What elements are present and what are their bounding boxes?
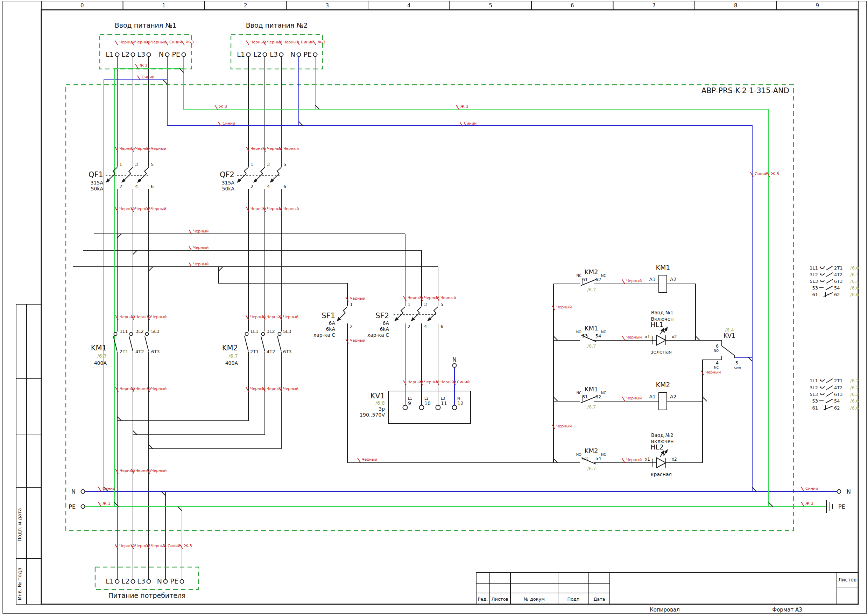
sf2-pole1-arrow [395, 313, 403, 321]
sf1-arrow [337, 313, 345, 321]
wire-color-label-29: Черный [284, 207, 299, 211]
input-1-terminal-L2 [131, 53, 135, 57]
qf2-name: QF2 [220, 171, 234, 179]
wire-color-label-23: Черный [284, 146, 299, 151]
km1-p6: 6T3 [151, 349, 160, 354]
row1-ref: /6.7 [587, 287, 596, 292]
neutral-wires [85, 56, 837, 580]
kv1-contact-com: com [734, 366, 741, 369]
wire-color-label-39: Черный [350, 296, 365, 301]
wire-color-slash-0 [115, 40, 118, 45]
title-cell-sheets: Листов [838, 577, 856, 583]
km2-cross-ref-ref-2: /6.2 [850, 392, 859, 397]
input-1-terminal-L3 [147, 53, 151, 57]
wire-color-label-9: Ж-З [317, 40, 326, 45]
kv1-contact-nc: NC [714, 366, 719, 369]
km1-cross-ref-glyph-1 [820, 273, 833, 277]
km2-p4: 4T2 [267, 349, 275, 354]
km1-coil-name: KM1 [656, 264, 670, 271]
wire-color-label-10: Ж-З [140, 63, 148, 68]
ground-symbol [826, 500, 833, 513]
qf-breaker-blades [113, 167, 281, 174]
title-cell-data: Дата [594, 597, 605, 602]
margin-label-podp: Подп. и дата [17, 508, 22, 541]
wire-color-label-8: Синий [301, 40, 313, 45]
km2-cross-ref-right-3: 54 [834, 398, 840, 404]
row1b-53: 53 [582, 333, 588, 339]
km1-cross-ref-ref-0: /6.0 [850, 265, 859, 270]
wire-color-slash-73 [801, 502, 804, 507]
hl2-x1: x1 [645, 457, 650, 462]
km1-cross-ref-left-0: 1L1 [809, 265, 818, 270]
kv1-term-9: 9 [408, 401, 411, 406]
km2-cross-ref-glyph-1 [820, 386, 833, 390]
km2-coil-a1: A1 [649, 394, 656, 399]
sf2-ka: 6kA [380, 326, 389, 332]
km2-cross-ref-ref-3: /6.6 [850, 398, 859, 404]
input-1-title: Ввод питания №1 [115, 21, 177, 29]
row2b-contact-name: KM2 [584, 447, 598, 454]
km2-ref: /6.7 [228, 353, 238, 359]
consumer-terminal-L3 [147, 580, 151, 583]
wire-color-label-69: Черный [362, 457, 377, 462]
qf2-t1: 1 [251, 162, 253, 167]
row2b-no-left: NO [576, 452, 581, 457]
row2b-53: 53 [582, 456, 588, 461]
wire-color-label-61: Ж-З [184, 544, 192, 548]
wire-color-label-32: Черный [193, 262, 209, 266]
sf2-t5: 5 [440, 302, 443, 307]
wire-color-label-45: Черный [151, 387, 167, 391]
hl2-ray-1 [660, 451, 664, 457]
km1-cross-ref-ref-1: /6.1 [850, 272, 859, 277]
row1-contact-name: KM2 [584, 268, 598, 275]
ruler-col-1: 1 [162, 2, 166, 9]
wire-color-label-67: Черный [626, 457, 642, 462]
km2-name: KM2 [222, 344, 238, 352]
kv1-contact-no: NO [714, 349, 719, 353]
hl1-color: зеленая [651, 349, 672, 354]
row2b-no-right: NO [601, 452, 606, 457]
km2-cross-ref-left-2: 5L3 [809, 392, 818, 397]
qf1-t1: 1 [119, 162, 122, 167]
row2-62: 62 [595, 394, 601, 399]
km1-p2: 2T1 [119, 349, 128, 354]
kv1-terminal-1 [420, 406, 424, 410]
km2-pole2-contact [262, 333, 265, 336]
breaker-linkages [105, 176, 437, 314]
sf2-char: хар-ка C [367, 332, 389, 338]
hl1-line1: Ввод №1 [651, 310, 673, 316]
km1-cross-ref-ref-4: /6.6 [850, 292, 859, 297]
km1-cross-ref-glyph-3 [819, 286, 833, 290]
footer-copied: Копировал [650, 607, 680, 613]
wire-color-label-14: Синий [223, 121, 235, 126]
pe-left-label: PE [68, 504, 76, 510]
wire-color-label-2: Черный [151, 40, 166, 45]
hl2-ray-2 [664, 449, 668, 456]
km2-cross-ref-glyph-0 [820, 379, 833, 382]
km2-p6: 6T3 [283, 349, 291, 354]
qf2-t6: 6 [284, 184, 286, 189]
km2-cross-ref-right-4: 62 [834, 406, 840, 410]
kv1-terminal-0 [403, 406, 408, 410]
kv1-term-12: 12 [457, 401, 463, 406]
input-2-terminal-L1 [246, 53, 251, 57]
kv1-name: KV1 [370, 392, 385, 400]
sf2-t6: 6 [440, 324, 443, 329]
qf2-t3: 3 [267, 162, 270, 167]
sf2-t1: 1 [408, 302, 411, 307]
sf2-pole2-arrow [411, 313, 420, 321]
wire-color-label-12: Ж-З [219, 104, 227, 109]
row2b-ref: /6.7 [587, 466, 596, 471]
km1-p3: 3L2 [135, 329, 144, 334]
n-right-label: N [847, 488, 851, 495]
wire-color-slash-66 [622, 396, 625, 401]
km1-cross-ref-glyph-4 [823, 292, 833, 297]
km1-cross-ref-right-0: 2T1 [834, 265, 842, 270]
wire-color-slash-67 [622, 458, 625, 463]
row1b-no-right: NO [601, 330, 606, 334]
km2-cross-ref-glyph-4 [823, 406, 833, 410]
qf2-t4: 4 [267, 184, 270, 189]
pe-right-label: PE [838, 504, 845, 510]
hl1-ray-1 [660, 328, 664, 334]
wire-color-label-66: Черный [626, 396, 642, 401]
